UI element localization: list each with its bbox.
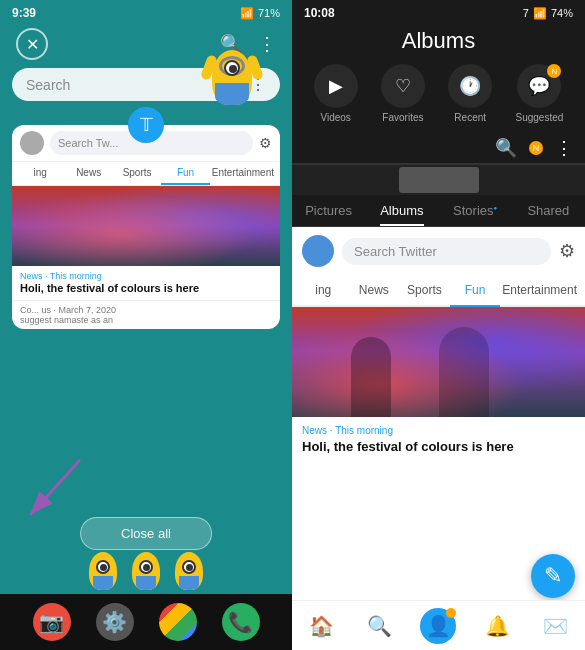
suggested-icon-circle: 💬 N [517,64,561,108]
tab-pictures[interactable]: Pictures [292,195,365,226]
tab-stories[interactable]: Stories● [439,195,512,226]
video-icon: ▶ [329,75,343,97]
right-time: 10:08 [304,6,335,20]
card-tab-sports[interactable]: Sports [113,162,161,185]
notifications-nav-icon[interactable]: 🔔 [479,608,515,644]
videos-icon-circle: ▶ [314,64,358,108]
twitter-bird-icon: 𝕋 [140,114,153,136]
videos-shortcut[interactable]: ▶ Videos [314,64,358,123]
card-news-text: News · This morning Holi, the festival o… [12,266,280,300]
left-status-bar: 9:39 📶 71% [0,0,292,24]
videos-label: Videos [320,112,350,123]
card-tab-ing[interactable]: ing [16,162,64,185]
album-search-row: 🔍 N ⋮ [292,133,585,163]
right-avatar [302,235,334,267]
close-recents-button[interactable]: ✕ [16,28,48,60]
card-avatar [20,131,44,155]
minion-1 [86,552,121,594]
person-silhouette-1 [351,337,391,417]
left-status-icons: 📶 71% [240,7,280,20]
mail-nav-icon[interactable]: ✉️ [538,608,574,644]
album-shortcuts: ▶ Videos ♡ Favorites 🕐 Recent 💬 N Sugges… [292,64,585,133]
clock-icon: 🕐 [459,75,481,97]
minion-top [202,50,262,120]
album-more-icon[interactable]: ⋮ [555,137,573,159]
right-news-label: News · This morning [302,425,575,436]
minion-3 [172,552,207,594]
svg-line-1 [30,460,80,515]
suggested-icon: 💬 [528,75,550,97]
tab-shared[interactable]: Shared [512,195,585,226]
phone-app-icon[interactable]: 📞 [222,603,260,641]
twitter-app-card[interactable]: Search Tw... ⚙ ing News Sports Fun Enter… [12,125,280,329]
card-news-label: News · This morning [20,271,272,281]
profile-notification-dot [446,608,456,618]
right-tab-news[interactable]: News [349,275,400,305]
home-nav-icon[interactable]: 🏠 [303,608,339,644]
notification-dot: N [547,64,561,78]
card-settings-icon[interactable]: ⚙ [259,135,272,151]
close-all-button[interactable]: Close all [80,517,212,550]
card-more-info: Co... us · March 7, 2020 suggest namaste… [12,300,280,329]
album-thumbnail [399,167,479,193]
right-status-bar: 10:08 7 📶 74% [292,0,585,24]
card-tab-entertainment[interactable]: Entertainment [210,162,276,185]
right-tab-fun[interactable]: Fun [450,275,501,307]
left-panel: 9:39 📶 71% ✕ 🔍 ⋮ Search ⋮ 𝕋 [0,0,292,650]
tab-albums[interactable]: Albums [365,195,438,226]
holi-image [12,186,280,266]
bottom-dock: 📷 ⚙️ 📞 [0,594,292,650]
right-tab-sports[interactable]: Sports [399,275,450,305]
album-search-icon[interactable]: 🔍 [495,137,517,159]
suggested-shortcut[interactable]: 💬 N Suggested [515,64,563,123]
card-tabs: ing News Sports Fun Entertainment [12,162,280,186]
recent-label: Recent [454,112,486,123]
card-news-headline: Holi, the festival of colours is here [20,281,272,295]
battery-icon: 71% [258,7,280,19]
minion-2 [129,552,164,594]
right-card-tabs: ing News Sports Fun Entertainment [292,275,585,307]
card-tab-fun[interactable]: Fun [161,162,209,185]
camera-icon: 📷 [39,610,64,634]
recent-icon-circle: 🕐 [448,64,492,108]
albums-title: Albums [292,24,585,64]
favorites-icon-circle: ♡ [381,64,425,108]
album-notif-dot: N [529,141,543,155]
right-battery-icon: 74% [551,7,573,19]
right-panel: 10:08 7 📶 74% Albums ▶ Videos ♡ Favorite… [292,0,585,650]
search-nav-icon[interactable]: 🔍 [362,608,398,644]
recent-shortcut[interactable]: 🕐 Recent [448,64,492,123]
chrome-app-icon[interactable] [159,603,197,641]
right-signal-icon: 📶 [533,7,547,20]
right-tab-entertainment[interactable]: Entertainment [500,275,579,305]
suggested-label: Suggested [515,112,563,123]
settings-app-icon[interactable]: ⚙️ [96,603,134,641]
gallery-tabs: Pictures Albums Stories● Shared [292,195,585,227]
right-tab-ing[interactable]: ing [298,275,349,305]
right-card-header: Search Twitter ⚙ [292,227,585,275]
compose-icon: ✎ [544,563,562,589]
camera-app-icon[interactable]: 📷 [33,603,71,641]
right-news-text: News · This morning Holi, the festival o… [292,417,585,464]
right-status-icons: 7 📶 74% [523,7,573,20]
stories-dot: ● [494,205,498,211]
signal-icon: 📶 [240,7,254,20]
heart-icon: ♡ [395,75,411,97]
settings-icon: ⚙️ [102,610,127,634]
right-settings-icon[interactable]: ⚙ [559,240,575,262]
phone-icon: 📞 [228,610,253,634]
compose-fab-button[interactable]: ✎ [531,554,575,598]
card-news-image [12,186,280,266]
right-notif-number: 7 [523,7,529,19]
right-bottom-nav: 🏠 🔍 👤 🔔 ✉️ [292,600,585,650]
left-time: 9:39 [12,6,36,20]
profile-nav-icon[interactable]: 👤 [420,608,456,644]
card-tab-news[interactable]: News [64,162,112,185]
favorites-shortcut[interactable]: ♡ Favorites [381,64,425,123]
album-strip [292,165,585,195]
twitter-icon: 𝕋 [128,107,164,143]
search-label: Search [26,77,70,93]
right-search-input[interactable]: Search Twitter [342,238,551,265]
right-news-headline: Holi, the festival of colours is here [302,438,575,456]
bottom-minions [0,552,292,594]
